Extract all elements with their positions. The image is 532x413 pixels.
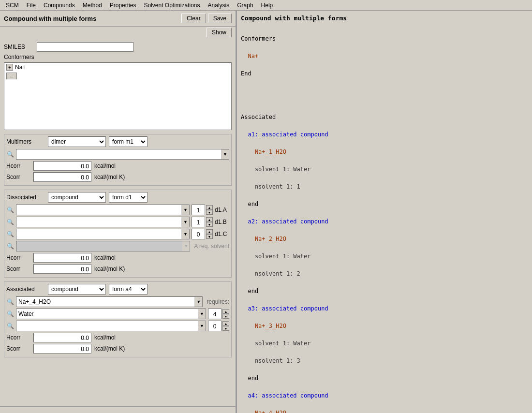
- right-panel: Compound with multiple forms Conformers …: [237, 11, 532, 413]
- a2-nsolvent: nsolvent 1: 2: [241, 269, 528, 278]
- a3-header: a3: associated compound: [241, 304, 528, 313]
- multimers-search-input[interactable]: [16, 149, 221, 159]
- multimers-search-row: 🔍 ▼: [6, 149, 229, 160]
- multimers-header: Multimers dimer monomer trimer form m1: [6, 136, 229, 147]
- assoc-hcorr-value: 0.0: [33, 333, 91, 342]
- spinner-up-c[interactable]: ▲: [206, 229, 213, 234]
- associated-search-icon-2[interactable]: 🔍: [6, 310, 14, 318]
- menu-compounds[interactable]: Compounds: [40, 1, 79, 10]
- associated-header-right: Associated: [241, 113, 528, 121]
- dissociated-input-a[interactable]: [16, 205, 181, 215]
- smiles-input[interactable]: [37, 42, 133, 52]
- menu-analysis[interactable]: Analysis: [204, 1, 234, 10]
- smiles-row: SMILES: [4, 42, 232, 52]
- dissociated-arrow-b[interactable]: ▼: [181, 217, 189, 227]
- spinner-down-assoc-3[interactable]: ▼: [222, 326, 229, 331]
- menu-method[interactable]: Method: [79, 1, 106, 10]
- a3-name: Na+_3_H2O: [241, 322, 528, 330]
- dissociated-search-icon-c[interactable]: 🔍: [6, 230, 14, 238]
- dissociated-row-req: 🔍 ▼ A req. solvent: [6, 241, 229, 251]
- dissociated-input-c[interactable]: [16, 229, 181, 239]
- associated-section: Associated compound form a4 🔍 ▼ requ: [4, 281, 232, 357]
- associated-type-dropdown[interactable]: compound: [48, 284, 106, 295]
- dis-hcorr-unit: kcal/mol: [94, 254, 116, 261]
- multimers-type-dropdown[interactable]: dimer monomer trimer: [48, 136, 106, 147]
- multimers-section: Multimers dimer monomer trimer form m1 🔍: [4, 134, 232, 186]
- assoc-scorr-label: Scorr: [6, 345, 30, 352]
- dissociated-search-icon-b[interactable]: 🔍: [6, 218, 14, 226]
- multimers-search-icon[interactable]: 🔍: [6, 150, 14, 158]
- associated-row-3: 🔍 ▼ 0 ▲ ▼: [6, 321, 229, 331]
- left-scrollbar-h[interactable]: [0, 406, 236, 413]
- assoc-scorr-unit: kcal/(mol K): [94, 345, 125, 352]
- a1-name: Na+_1_H2O: [241, 148, 528, 156]
- show-button[interactable]: Show: [207, 28, 232, 37]
- dissociated-input-b[interactable]: [16, 217, 181, 227]
- associated-hcorr-row: Hcorr 0.0 kcal/mol: [6, 333, 229, 342]
- dissociated-row-a: 🔍 ▼ 1 ▲ ▼ d1.A: [6, 205, 229, 215]
- dissociated-search-a: ▼: [16, 205, 190, 215]
- ellipsis-button[interactable]: ...: [6, 73, 17, 79]
- dis-hcorr-label: Hcorr: [6, 254, 30, 261]
- spinner-up-a[interactable]: ▲: [206, 205, 213, 210]
- associated-search-icon-1[interactable]: 🔍: [6, 298, 14, 306]
- spinner-down-a[interactable]: ▼: [206, 210, 213, 215]
- conformers-label: Conformers: [4, 54, 232, 60]
- multimers-dropdown-arrow[interactable]: ▼: [221, 149, 229, 159]
- menu-file[interactable]: File: [23, 1, 40, 10]
- left-panel-title: Compound with multiple forms: [4, 15, 96, 22]
- spinner-down-assoc-2[interactable]: ▼: [222, 314, 229, 319]
- expand-button[interactable]: +: [6, 64, 13, 71]
- spinner-btns-assoc-2: ▲ ▼: [222, 309, 229, 319]
- multimers-form-dropdown[interactable]: form m1: [109, 136, 148, 147]
- associated-search-1: ▼: [16, 296, 203, 307]
- associated-arrow-2[interactable]: ▼: [198, 309, 206, 319]
- spinner-btns-b: ▲ ▼: [206, 217, 213, 227]
- associated-form-dropdown[interactable]: form a4: [109, 284, 148, 295]
- conformer-item[interactable]: + Na+: [4, 63, 231, 72]
- dissociated-form-dropdown[interactable]: form d1: [109, 192, 148, 203]
- clear-button[interactable]: Clear: [181, 14, 206, 23]
- a3-end: end: [241, 374, 528, 383]
- spinner-value-b: 1: [192, 217, 205, 227]
- form-label-b: d1.B: [215, 219, 229, 225]
- conformers-end: End: [241, 69, 528, 78]
- menu-solvent-opt[interactable]: Solvent Optimizations: [140, 1, 204, 10]
- associated-input-2[interactable]: [16, 309, 198, 319]
- dissociated-row-c: 🔍 ▼ 0 ▲ ▼ d1.C: [6, 229, 229, 239]
- associated-search-icon-3[interactable]: 🔍: [6, 322, 14, 330]
- requires-label: requires:: [207, 298, 229, 305]
- associated-arrow-3[interactable]: ▼: [198, 321, 206, 331]
- menu-graph[interactable]: Graph: [233, 1, 257, 10]
- spinner-down-c[interactable]: ▼: [206, 234, 213, 239]
- dissociated-search-icon-a[interactable]: 🔍: [6, 206, 14, 214]
- spinner-up-assoc-3[interactable]: ▲: [222, 321, 229, 326]
- form-label-a: d1.A: [215, 206, 229, 213]
- associated-input-3[interactable]: [16, 321, 198, 331]
- smiles-label: SMILES: [4, 44, 33, 50]
- spinner-up-b[interactable]: ▲: [206, 217, 213, 222]
- menu-help[interactable]: Help: [257, 1, 277, 10]
- associated-input-1[interactable]: [16, 297, 194, 307]
- assoc-hcorr-unit: kcal/mol: [94, 334, 116, 341]
- dissociated-search-req: ▼: [16, 241, 190, 251]
- dis-hcorr-value: 0.0: [33, 253, 91, 263]
- dissociated-arrow-c[interactable]: ▼: [181, 229, 189, 239]
- scorr-unit: kcal/(mol K): [94, 174, 125, 180]
- spinner-btns-a: ▲ ▼: [206, 205, 213, 215]
- spinner-up-assoc-2[interactable]: ▲: [222, 309, 229, 314]
- dissociated-arrow-a[interactable]: ▼: [181, 205, 189, 215]
- conformers-list: + Na+ ...: [4, 62, 232, 130]
- menu-scm[interactable]: SCM: [2, 1, 23, 10]
- associated-header: Associated compound form a4: [6, 284, 229, 295]
- left-panel-header: Compound with multiple forms Clear Save: [0, 11, 236, 27]
- spinner-assoc-2: 4 ▲ ▼: [208, 309, 229, 319]
- save-button[interactable]: Save: [208, 14, 232, 23]
- associated-arrow-1[interactable]: ▼: [194, 297, 202, 307]
- spinner-down-b[interactable]: ▼: [206, 222, 213, 227]
- associated-search-3: ▼: [16, 321, 206, 331]
- menu-properties[interactable]: Properties: [106, 1, 140, 10]
- spinner-value-c: 0: [192, 229, 205, 239]
- dissociated-type-dropdown[interactable]: compound: [48, 192, 106, 203]
- conformers-header: Conformers: [241, 34, 528, 43]
